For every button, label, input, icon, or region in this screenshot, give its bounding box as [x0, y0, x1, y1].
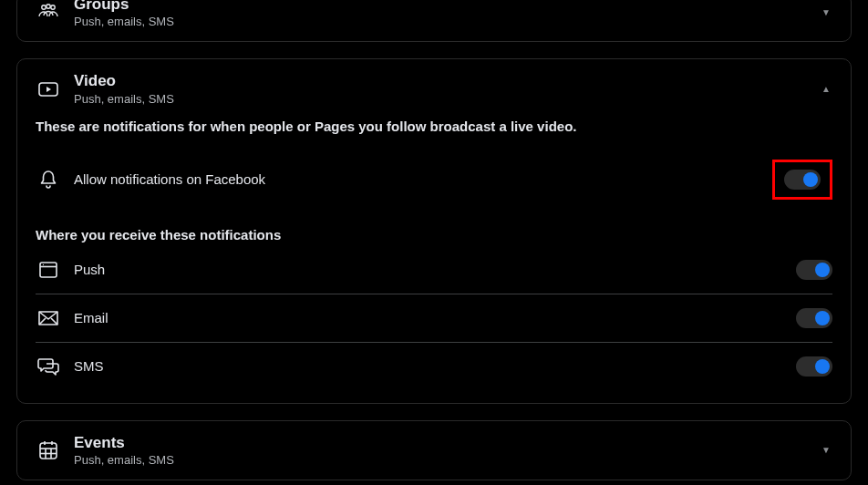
svg-rect-4	[40, 263, 57, 277]
where-you-receive-heading: Where you receive these notifications	[36, 227, 832, 242]
events-section-header[interactable]: Events Push, emails, SMS ▼	[17, 421, 851, 480]
sms-icon	[36, 354, 61, 379]
groups-title-wrap: Groups Push, emails, SMS	[74, 0, 822, 28]
bell-icon	[36, 167, 61, 192]
video-section-body: These are notifications for when people …	[17, 119, 851, 403]
sms-row: SMS	[36, 343, 832, 390]
allow-notifications-row: Allow notifications on Facebook	[36, 149, 832, 211]
groups-icon	[36, 0, 61, 25]
groups-section: Groups Push, emails, SMS ▼	[16, 0, 852, 42]
events-section: Events Push, emails, SMS ▼	[16, 420, 852, 480]
chevron-down-icon: ▼	[822, 7, 831, 17]
groups-section-header[interactable]: Groups Push, emails, SMS ▼	[17, 0, 851, 41]
events-title: Events	[74, 434, 822, 452]
events-icon	[36, 438, 61, 463]
events-subtitle: Push, emails, SMS	[74, 453, 822, 467]
svg-rect-8	[40, 443, 57, 459]
chevron-down-icon: ▼	[822, 445, 831, 455]
push-toggle[interactable]	[796, 260, 832, 280]
sms-label: SMS	[74, 358, 796, 374]
svg-point-6	[43, 263, 44, 264]
svg-point-0	[42, 5, 46, 9]
push-label: Push	[74, 262, 796, 277]
groups-title: Groups	[74, 0, 822, 14]
email-icon	[36, 305, 61, 331]
sms-toggle[interactable]	[796, 356, 832, 377]
video-section-header[interactable]: Video Push, emails, SMS ▲	[17, 59, 851, 118]
allow-notifications-label: Allow notifications on Facebook	[74, 171, 772, 187]
highlight-box	[772, 160, 832, 200]
push-icon	[36, 257, 61, 283]
email-toggle[interactable]	[796, 308, 832, 328]
video-icon	[36, 77, 61, 102]
chevron-up-icon: ▲	[822, 84, 831, 94]
video-description: These are notifications for when people …	[36, 119, 832, 134]
video-subtitle: Push, emails, SMS	[74, 92, 822, 106]
video-section: Video Push, emails, SMS ▲ These are noti…	[16, 58, 852, 403]
groups-subtitle: Push, emails, SMS	[74, 15, 822, 28]
email-label: Email	[74, 310, 796, 325]
events-title-wrap: Events Push, emails, SMS	[74, 434, 822, 467]
allow-notifications-toggle[interactable]	[784, 170, 821, 190]
svg-point-2	[51, 5, 55, 9]
video-title: Video	[74, 72, 822, 90]
push-row: Push	[36, 246, 832, 294]
svg-point-1	[46, 5, 50, 8]
email-row: Email	[36, 294, 832, 343]
video-title-wrap: Video Push, emails, SMS	[74, 72, 822, 105]
